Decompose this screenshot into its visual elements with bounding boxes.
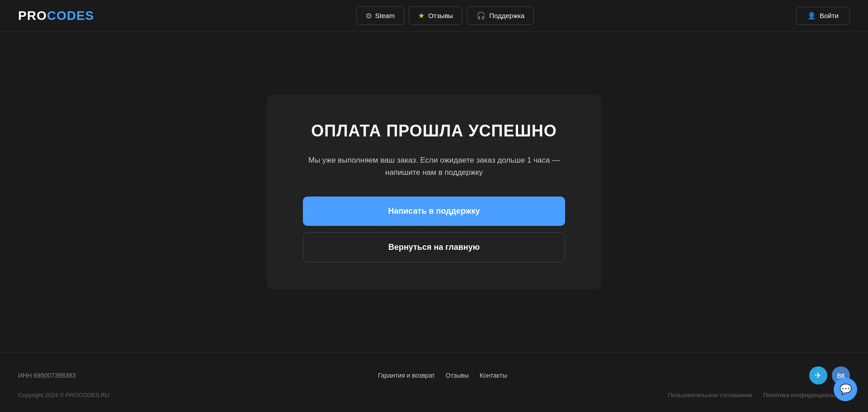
contact-support-button[interactable]: Написать в поддержку: [303, 197, 565, 226]
footer-top: ИНН 695007398383 Гарантия и возврат Отзы…: [18, 366, 850, 384]
guarantee-link[interactable]: Гарантия и возврат: [378, 372, 435, 379]
steam-label: Steam: [375, 12, 395, 19]
star-icon: ★: [418, 11, 425, 20]
steam-button[interactable]: ⊙ Steam: [356, 6, 404, 25]
reviews-label: Отзывы: [428, 12, 453, 19]
login-label: Войти: [820, 12, 839, 19]
headphones-icon: 🎧: [476, 11, 486, 20]
footer-inn: ИНН 695007398383: [18, 372, 76, 379]
chat-bubble[interactable]: 💬: [834, 378, 857, 401]
logo-pro: PRO: [18, 9, 47, 23]
logo[interactable]: PROCODES: [18, 9, 94, 23]
support-button[interactable]: 🎧 Поддержка: [467, 6, 534, 25]
footer-bottom: Copyright 2024 © PROCODES.RU Пользовател…: [18, 392, 850, 398]
support-label: Поддержка: [489, 12, 524, 19]
logo-codes: CODES: [47, 9, 94, 23]
chat-icon: 💬: [840, 384, 852, 395]
user-agreement-link[interactable]: Пользовательское соглашение: [668, 392, 752, 398]
steam-icon: ⊙: [366, 11, 372, 20]
contacts-link[interactable]: Контакты: [480, 372, 507, 379]
success-description: Мы уже выполняем ваш заказ. Если ожидает…: [303, 154, 565, 178]
footer-links: Гарантия и возврат Отзывы Контакты: [378, 372, 507, 379]
reviews-button[interactable]: ★ Отзывы: [409, 6, 462, 25]
telegram-button[interactable]: ✈: [809, 366, 827, 384]
copyright-text: Copyright 2024 © PROCODES.RU: [18, 392, 109, 398]
login-button[interactable]: 👤 Войти: [796, 7, 850, 25]
nav-buttons: ⊙ Steam ★ Отзывы 🎧 Поддержка: [356, 6, 534, 25]
go-home-button[interactable]: Вернуться на главную: [303, 232, 565, 262]
success-card: ОПЛАТА ПРОШЛА УСПЕШНО Мы уже выполняем в…: [267, 94, 601, 290]
success-title: ОПЛАТА ПРОШЛА УСПЕШНО: [303, 122, 565, 140]
user-icon: 👤: [807, 12, 816, 20]
footer-legal: Пользовательское соглашение Политика кон…: [668, 392, 850, 398]
telegram-icon: ✈: [815, 370, 821, 380]
reviews-link[interactable]: Отзывы: [446, 372, 469, 379]
